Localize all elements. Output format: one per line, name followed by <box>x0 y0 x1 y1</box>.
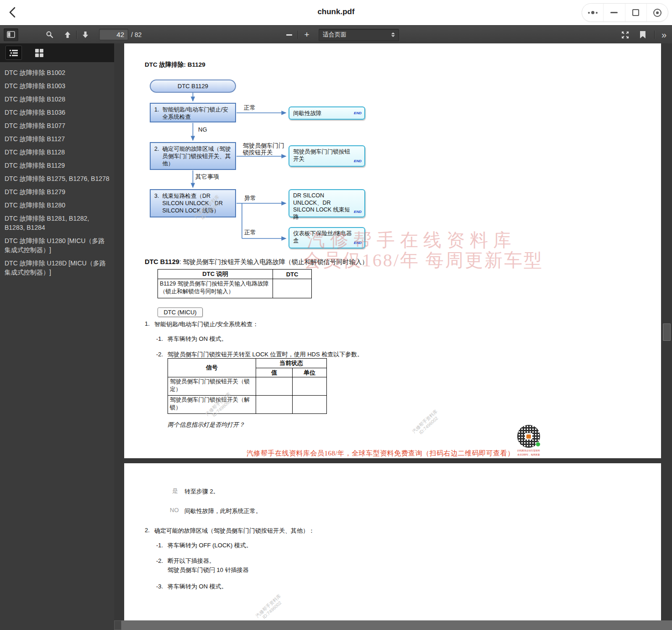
previous-page-button[interactable] <box>60 28 75 41</box>
target-circle-icon <box>653 9 662 17</box>
close-circle-button[interactable] <box>646 4 668 21</box>
table-header: 单位 <box>293 368 327 377</box>
branch-label-ok: 正常 <box>244 104 256 111</box>
list-text: 将车辆转为 ON 模式。 <box>168 335 227 343</box>
pdf-page-2: 是 转至步骤 2。 NO 间歇性故障，此时系统正常。 2. 确定可能的故障区域（… <box>124 463 661 620</box>
outline-list: DTC 故障排除 B1002 DTC 故障排除 B1003 DTC 故障排除 B… <box>0 62 114 281</box>
answer-label-yes: 是 <box>172 487 178 495</box>
minimize-button[interactable] <box>603 4 625 21</box>
next-page-button[interactable] <box>78 28 93 41</box>
list-number: -3. <box>156 582 163 590</box>
end-text: 驾驶员侧车门门锁按钮开关 <box>293 148 350 162</box>
viewer-area: DTC 故障排除: B1129 DTC B1129 1. 智能钥匙/电动车门锁止… <box>114 43 672 630</box>
outline-list-icon <box>10 49 18 57</box>
search-button[interactable] <box>42 28 57 41</box>
toolbar-right-group: » <box>618 26 669 44</box>
outline-item[interactable]: DTC 故障排除 U128D [MICU（多路集成式控制器）] <box>5 259 110 277</box>
watermark-big-line2: 会员仅168/年 每周更新车型 <box>303 248 543 273</box>
list-text: 断开以下插接器。 <box>168 557 215 565</box>
outline-item[interactable]: DTC 故障排除 B1279 <box>5 187 110 196</box>
more-menu-button[interactable] <box>582 4 603 21</box>
document-title: chunk.pdf <box>0 7 672 16</box>
table-header: 值 <box>256 368 293 377</box>
bookmark-button[interactable] <box>635 28 650 41</box>
list-text: 驾驶员侧车门锁闩 10 针插接器 <box>168 566 249 574</box>
step-number: 2. <box>154 145 159 169</box>
toolbar-divider <box>76 31 77 39</box>
fullscreen-icon <box>621 31 629 39</box>
list-number: 1. <box>145 320 150 328</box>
outline-item[interactable]: DTC 故障排除 B1077 <box>5 121 110 130</box>
toolbar-divider <box>654 31 655 39</box>
outline-item[interactable]: DTC 故障排除 B1281, B1282, B1283, B1284 <box>5 214 110 232</box>
qr-caption: 会员168/年，每周更新 <box>515 453 542 456</box>
end-text: DR SILCON UNLOCK、DR SILCON LOCK 线束短路 <box>293 192 350 220</box>
watermark-id-stamp: 汽修帮手资料库 ID:7496002 <box>255 593 286 623</box>
list-number: -1. <box>156 335 163 343</box>
page-count-label: / 82 <box>131 31 142 38</box>
list-text: 驾驶员侧车门门锁按钮开关转至 LOCK 位置时，使用 HDS 检查以下参数。 <box>168 350 363 358</box>
more-tools-button[interactable]: » <box>659 30 669 39</box>
arrow-down-icon <box>82 31 89 38</box>
list-text: 将车辆转为 OFF (LOCK) 模式。 <box>168 541 252 549</box>
flow-end-2: 驾驶员侧车门门锁按钮开关 END <box>289 145 365 167</box>
sidebar-toggle-button[interactable] <box>4 28 18 41</box>
outline-item[interactable]: DTC 故障排除 B1028 <box>5 95 110 104</box>
fullscreen-button[interactable] <box>618 28 633 41</box>
thumbnails-view-button[interactable] <box>31 46 47 60</box>
table-cell-empty <box>293 377 327 396</box>
bookmark-icon <box>640 31 646 38</box>
watermark-id-stamp: 汽修帮手资料库 ID:7496002 <box>411 409 442 439</box>
zoom-controls: + 适合页面 <box>282 26 399 44</box>
question-text: 两个信息指示灯是否均打开？ <box>168 421 245 429</box>
end-text: 间歇性故障 <box>293 110 322 116</box>
end-tag: END <box>354 208 362 216</box>
list-text: 将车辆转为 ON 模式。 <box>168 582 227 590</box>
answer-label-no: NO <box>170 506 179 514</box>
table-cell-empty <box>293 396 327 414</box>
branch-label-switch: 驾驶员侧车门门锁按钮开关 <box>243 142 286 156</box>
qr-stamp: 扫码查询全球车型资料 会员168/年，每周更新 <box>515 425 542 456</box>
horizontal-scrollbar-end[interactable] <box>114 620 121 630</box>
flow-step-3: 3. 线束短路检查（DR SILCON UNLOCK、DR SILCON LOC… <box>150 189 236 217</box>
list-number: -1. <box>156 541 163 549</box>
dtc-micu-button[interactable]: DTC (MICU) <box>158 307 203 317</box>
table-header: 信号 <box>168 359 256 377</box>
zoom-level-select[interactable]: 适合页面 <box>319 29 399 41</box>
outline-item[interactable]: DTC 故障排除 B1128 <box>5 148 110 157</box>
table-cell-empty <box>256 396 293 414</box>
signal-table: 信号 当前状态 值 单位 驾驶员侧车门门锁按钮开关（锁定） 驾驶员侧车门门锁按钮… <box>168 358 327 414</box>
flowchart-title: DTC 故障排除: B1129 <box>145 61 205 69</box>
outline-item[interactable]: DTC 故障排除 U1280 [MICU（多路集成式控制器）] <box>5 236 110 254</box>
horizontal-scrollbar-track[interactable] <box>114 620 672 630</box>
outline-item[interactable]: DTC 故障排除 B1036 <box>5 108 110 117</box>
zoom-in-button[interactable]: + <box>299 28 314 41</box>
outline-item[interactable]: DTC 故障排除 B1002 <box>5 68 110 77</box>
restore-button[interactable] <box>625 4 646 21</box>
answer-text: 转至步骤 2。 <box>184 487 219 495</box>
page-number-input[interactable] <box>99 29 128 40</box>
outline-item[interactable]: DTC 故障排除 B1280 <box>5 201 110 210</box>
list-text: 确定可能的故障区域（驾驶员侧车门门锁按钮开关、其他）： <box>154 527 315 535</box>
arrow-up-icon <box>64 31 71 38</box>
outline-view-button[interactable] <box>5 46 22 60</box>
step-text: 确定可能的故障区域（驾驶员侧车门门锁按钮开关、其他） <box>162 145 232 169</box>
more-dots-icon <box>588 11 598 14</box>
outline-item[interactable]: DTC 故障排除 B1275, B1276, B1278 <box>5 174 110 183</box>
outline-item[interactable]: DTC 故障排除 B1129 <box>5 161 110 170</box>
table-header: DTC 说明 <box>158 270 273 279</box>
list-text: 智能钥匙/电动车门锁止/安全系统检查： <box>154 320 258 328</box>
outline-item[interactable]: DTC 故障排除 B1003 <box>5 81 110 90</box>
qr-caption: 扫码查询全球车型资料 <box>515 449 542 452</box>
minus-icon <box>286 34 292 36</box>
promo-text: 汽修帮手在线资料库会员168/年，全球车型资料免费查询（扫码右边二维码即可查看） <box>247 449 514 458</box>
outline-item[interactable]: DTC 故障排除 B1127 <box>5 134 110 143</box>
minimize-icon <box>610 12 618 13</box>
step-number: 1. <box>154 106 159 122</box>
toolbar-divider <box>298 31 298 39</box>
zoom-out-button[interactable] <box>282 28 296 41</box>
end-tag: END <box>354 158 362 165</box>
branch-label-normal: 正常 <box>244 229 256 236</box>
vertical-scrollbar-thumb[interactable] <box>663 323 671 341</box>
zoom-level-value: 适合页面 <box>323 31 391 39</box>
